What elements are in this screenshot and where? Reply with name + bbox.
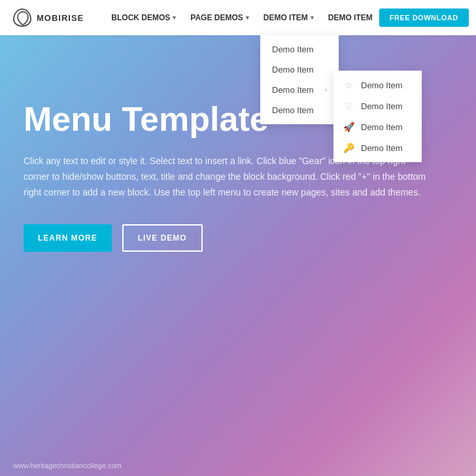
dropdown-menu-2: ☆ Demo Item ♡ Demo Item 🚀 Demo Item 🔑 De… xyxy=(333,71,422,162)
key-icon: 🔑 xyxy=(343,143,354,153)
logo[interactable]: MOBIRISE xyxy=(13,8,84,27)
nav-links: BLOCK DEMOS ▾ PAGE DEMOS ▾ DEMO ITEM ▾ D… xyxy=(105,9,379,26)
nav-block-demos[interactable]: BLOCK DEMOS ▾ xyxy=(105,9,182,26)
dropdown-item-3[interactable]: Demo Item › xyxy=(260,80,339,100)
nav-demo-item-1[interactable]: DEMO ITEM ▾ xyxy=(257,9,320,26)
dropdown-menu-1: Demo Item Demo Item Demo Item › Demo Ite… xyxy=(260,35,339,124)
nav-demo-item-2[interactable]: DEMO ITEM xyxy=(322,9,379,26)
learn-more-button[interactable]: LEARN MORE xyxy=(24,224,112,252)
dropdown-item-1[interactable]: Demo Item xyxy=(260,39,339,60)
chevron-down-icon: ▾ xyxy=(246,14,249,21)
submenu-item-1[interactable]: ☆ Demo Item xyxy=(333,75,422,95)
submenu-item-4[interactable]: 🔑 Demo Item xyxy=(333,137,422,158)
chevron-down-icon: ▾ xyxy=(311,14,314,21)
rocket-icon: 🚀 xyxy=(343,122,354,132)
logo-icon xyxy=(13,8,31,27)
live-demo-button[interactable]: LIVE DEMO xyxy=(122,224,203,252)
submenu-item-3[interactable]: 🚀 Demo Item xyxy=(333,116,422,137)
nav-page-demos[interactable]: PAGE DEMOS ▾ xyxy=(184,9,255,26)
navbar: MOBIRISE BLOCK DEMOS ▾ PAGE DEMOS ▾ DEMO… xyxy=(0,0,476,35)
free-download-button[interactable]: FREE DOWNLOAD xyxy=(379,8,469,27)
chevron-right-icon: › xyxy=(325,86,327,94)
chevron-down-icon: ▾ xyxy=(173,14,176,21)
submenu-item-2[interactable]: ♡ Demo Item xyxy=(333,95,422,116)
logo-text: MOBIRISE xyxy=(37,13,84,23)
hero-buttons: LEARN MORE LIVE DEMO xyxy=(24,224,452,252)
footer-watermark: www.heritagechristiancollege.com xyxy=(13,462,122,469)
dropdown-item-4[interactable]: Demo Item xyxy=(260,100,339,120)
heart-icon: ♡ xyxy=(343,101,354,111)
dropdown-item-2[interactable]: Demo Item xyxy=(260,60,339,80)
star-icon: ☆ xyxy=(343,80,354,90)
